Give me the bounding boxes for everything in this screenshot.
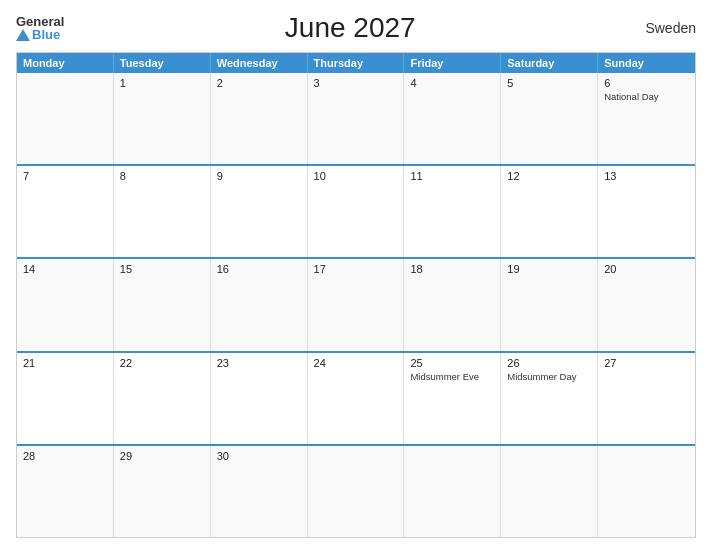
- week-row-4: 21 22 23 24 25 Midsummer Eve 26 Midsumme…: [17, 353, 695, 446]
- cal-cell: 5: [501, 73, 598, 164]
- cal-cell: 16: [211, 259, 308, 350]
- header-tuesday: Tuesday: [114, 53, 211, 73]
- cal-cell: 27: [598, 353, 695, 444]
- cal-cell: 4: [404, 73, 501, 164]
- cal-cell: 18: [404, 259, 501, 350]
- cal-cell: 30: [211, 446, 308, 537]
- cal-cell: 26 Midsummer Day: [501, 353, 598, 444]
- week-row-3: 14 15 16 17 18 19 20: [17, 259, 695, 352]
- calendar-page: General Blue June 2027 Sweden Monday Tue…: [0, 0, 712, 550]
- header-wednesday: Wednesday: [211, 53, 308, 73]
- cal-cell: 19: [501, 259, 598, 350]
- cal-cell: 8: [114, 166, 211, 257]
- logo-triangle-icon: [16, 29, 30, 41]
- cal-cell: [17, 73, 114, 164]
- header-monday: Monday: [17, 53, 114, 73]
- cal-cell: [308, 446, 405, 537]
- cal-cell: 11: [404, 166, 501, 257]
- header-saturday: Saturday: [501, 53, 598, 73]
- cal-cell: 2: [211, 73, 308, 164]
- cal-cell: [404, 446, 501, 537]
- calendar: Monday Tuesday Wednesday Thursday Friday…: [16, 52, 696, 538]
- cal-cell: 1: [114, 73, 211, 164]
- cal-cell: 24: [308, 353, 405, 444]
- header-friday: Friday: [404, 53, 501, 73]
- cal-cell: 20: [598, 259, 695, 350]
- cal-cell: 6 National Day: [598, 73, 695, 164]
- event-midsummer-day: Midsummer Day: [507, 371, 591, 382]
- cal-cell: 15: [114, 259, 211, 350]
- country-label: Sweden: [636, 20, 696, 36]
- cal-cell: 13: [598, 166, 695, 257]
- cal-cell: 7: [17, 166, 114, 257]
- cal-cell: 12: [501, 166, 598, 257]
- cal-cell: 23: [211, 353, 308, 444]
- cal-cell: 14: [17, 259, 114, 350]
- cal-cell: 17: [308, 259, 405, 350]
- logo: General Blue: [16, 15, 64, 41]
- cal-cell: 29: [114, 446, 211, 537]
- calendar-body: 1 2 3 4 5 6 National Day 7 8 9 10 11 12 …: [17, 73, 695, 537]
- logo-blue-text: Blue: [16, 28, 64, 41]
- event-national-day: National Day: [604, 91, 689, 102]
- header-sunday: Sunday: [598, 53, 695, 73]
- header-thursday: Thursday: [308, 53, 405, 73]
- week-row-1: 1 2 3 4 5 6 National Day: [17, 73, 695, 166]
- week-row-5: 28 29 30: [17, 446, 695, 537]
- cal-cell: 21: [17, 353, 114, 444]
- event-midsummer-eve: Midsummer Eve: [410, 371, 494, 382]
- cal-cell: [598, 446, 695, 537]
- calendar-header: Monday Tuesday Wednesday Thursday Friday…: [17, 53, 695, 73]
- cal-cell: 28: [17, 446, 114, 537]
- header: General Blue June 2027 Sweden: [16, 12, 696, 44]
- cal-cell: 9: [211, 166, 308, 257]
- cal-cell: 22: [114, 353, 211, 444]
- cal-cell: 10: [308, 166, 405, 257]
- cal-cell: [501, 446, 598, 537]
- cal-cell: 25 Midsummer Eve: [404, 353, 501, 444]
- calendar-title: June 2027: [64, 12, 636, 44]
- week-row-2: 7 8 9 10 11 12 13: [17, 166, 695, 259]
- cal-cell: 3: [308, 73, 405, 164]
